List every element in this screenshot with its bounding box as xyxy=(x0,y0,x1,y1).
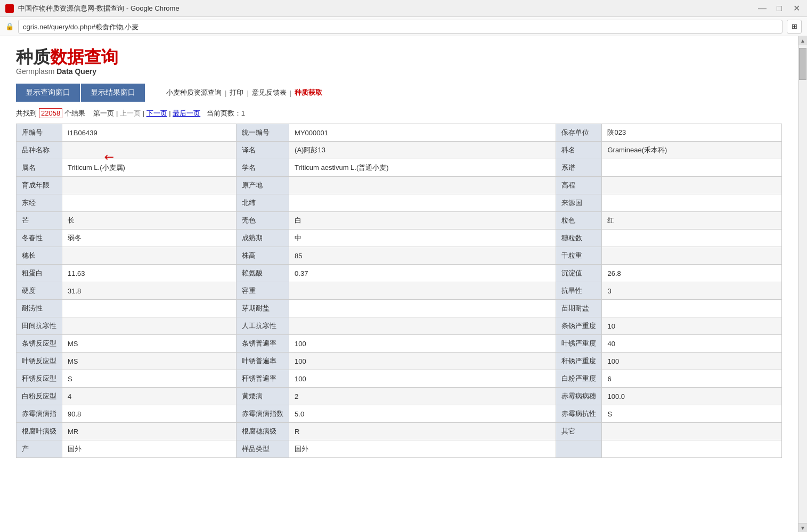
table-row: 粗蛋白 11.63 赖氨酸 0.37 沉淀值 26.8 xyxy=(17,265,782,282)
data-table: 库编号 I1B06439 统一编号 MY000001 保存单位 陕023 品种名… xyxy=(16,124,782,458)
value-cell: 100 xyxy=(289,370,556,388)
table-row: 硬度 31.8 容重 抗旱性 3 xyxy=(17,282,782,300)
label-cell: 耐涝性 xyxy=(17,300,62,317)
feedback-link[interactable]: 意见反馈表 xyxy=(252,88,287,97)
obtain-link[interactable]: 种质获取 xyxy=(295,88,322,97)
last-page-link[interactable]: 最后一页 xyxy=(173,109,200,117)
value-cell xyxy=(602,194,782,212)
value-cell: 弱冬 xyxy=(62,230,237,247)
table-row: 属名 Triticum L.(小麦属) 学名 Triticum aestivum… xyxy=(17,159,782,177)
results-nav: 第一页 | 上一页 | 下一页 | 最后一页 xyxy=(93,109,200,118)
show-results-window-button[interactable]: 显示结果窗口 xyxy=(81,84,145,102)
label-cell: 赖氨酸 xyxy=(237,265,289,282)
show-query-window-button[interactable]: 显示查询窗口 xyxy=(16,84,80,102)
app-icon xyxy=(5,4,14,13)
label-cell: 赤霉病病穗 xyxy=(556,388,602,405)
label-cell: 库编号 xyxy=(17,124,62,142)
value-cell: 4 xyxy=(62,388,237,405)
value-cell: 中 xyxy=(289,230,556,247)
value-cell: 0.37 xyxy=(289,265,556,282)
value-cell: 白 xyxy=(289,212,556,230)
scroll-up-button[interactable]: ▲ xyxy=(798,36,807,45)
label-cell: 属名 xyxy=(17,159,62,177)
page-content: 种质数据查询 Germplasm Data Query 显示查询窗口 显示结果窗… xyxy=(0,36,798,532)
label-cell: 原产地 xyxy=(237,177,289,194)
label-cell: 学名 xyxy=(237,159,289,177)
logo-part1: 种质 xyxy=(16,47,50,67)
value-cell: I1B06439 xyxy=(62,124,237,142)
prev-page-link[interactable]: 上一页 xyxy=(120,109,141,117)
grid-icon[interactable]: ⊞ xyxy=(787,20,802,34)
label-cell: 条锈严重度 xyxy=(556,317,602,335)
scrollbar-track xyxy=(798,45,807,523)
content-area: 种质数据查询 Germplasm Data Query 显示查询窗口 显示结果窗… xyxy=(0,36,807,532)
label-cell: 统一编号 xyxy=(237,124,289,142)
label-cell: 粒色 xyxy=(556,212,602,230)
addressbar: 🔒 cgris.net/query/do.php#粮食作物,小麦 ⊞ xyxy=(0,17,807,36)
value-cell: 红 xyxy=(602,212,782,230)
label-cell: 人工抗寒性 xyxy=(237,317,289,335)
label-cell: 品种名称 xyxy=(17,142,62,159)
table-row: 穗长 株高 85 千粒重 xyxy=(17,247,782,265)
scrollbar: ▲ ▼ xyxy=(798,36,807,532)
label-cell: 穗粒数 xyxy=(556,230,602,247)
label-cell xyxy=(556,440,602,458)
label-cell: 东经 xyxy=(17,194,62,212)
value-cell: Triticum aestivum L.(普通小麦) xyxy=(289,159,556,177)
sep3: | xyxy=(290,89,291,97)
print-link[interactable]: 打印 xyxy=(230,88,243,97)
value-cell: 100 xyxy=(289,353,556,370)
value-cell: 长 xyxy=(62,212,237,230)
results-suffix: 个结果 xyxy=(64,109,85,118)
value-cell xyxy=(289,194,556,212)
results-prefix: 共找到 xyxy=(16,109,37,118)
value-cell: 26.8 xyxy=(602,265,782,282)
logo-part2: 数据查询 xyxy=(50,47,118,67)
minimize-button[interactable]: — xyxy=(757,3,768,14)
table-row: 秆锈反应型 S 秆锈普遍率 100 白粉严重度 6 xyxy=(17,370,782,388)
table-row: 库编号 I1B06439 统一编号 MY000001 保存单位 陕023 xyxy=(17,124,782,142)
window-title: 中国作物种质资源信息网-数据查询 - Google Chrome xyxy=(18,4,180,13)
value-cell xyxy=(289,177,556,194)
label-cell: 秆锈反应型 xyxy=(17,370,62,388)
label-cell: 黄矮病 xyxy=(237,388,289,405)
scroll-down-button[interactable]: ▼ xyxy=(798,523,807,532)
value-cell xyxy=(62,194,237,212)
label-cell: 秆锈严重度 xyxy=(556,353,602,370)
value-cell: S xyxy=(62,370,237,388)
label-cell: 沉淀值 xyxy=(556,265,602,282)
label-cell: 叶锈普遍率 xyxy=(237,353,289,370)
value-cell: 2 xyxy=(289,388,556,405)
value-cell xyxy=(289,317,556,335)
logo-area: 种质数据查询 Germplasm Data Query xyxy=(16,47,782,76)
label-cell: 其它 xyxy=(556,423,602,440)
label-cell: 芽期耐盐 xyxy=(237,300,289,317)
sep1: | xyxy=(225,89,226,97)
results-count: 22058 xyxy=(39,108,62,118)
value-cell: MR xyxy=(62,423,237,440)
scrollbar-thumb[interactable] xyxy=(799,48,806,80)
label-cell: 样品类型 xyxy=(237,440,289,458)
table-row: 东经 北纬 来源国 xyxy=(17,194,782,212)
logo-subtitle: Germplasm Data Query xyxy=(16,67,782,76)
next-page-link[interactable]: 下一页 xyxy=(146,109,167,117)
sep2: | xyxy=(247,89,248,97)
lock-icon: 🔒 xyxy=(5,22,14,30)
label-cell: 芒 xyxy=(17,212,62,230)
label-cell: 硬度 xyxy=(17,282,62,300)
first-page-link[interactable]: 第一页 xyxy=(93,109,114,117)
close-button[interactable]: ✕ xyxy=(791,3,802,14)
value-cell xyxy=(602,300,782,317)
window-controls: — □ ✕ xyxy=(757,3,802,14)
value-cell: 10 xyxy=(602,317,782,335)
query-link[interactable]: 小麦种质资源查询 xyxy=(166,88,222,97)
label-cell: 苗期耐盐 xyxy=(556,300,602,317)
maximize-button[interactable]: □ xyxy=(774,3,785,14)
label-cell: 粗蛋白 xyxy=(17,265,62,282)
label-cell: 秆锈普遍率 xyxy=(237,370,289,388)
label-cell: 北纬 xyxy=(237,194,289,212)
label-cell: 科名 xyxy=(556,142,602,159)
current-page: 当前页数：1 xyxy=(207,109,245,118)
url-input[interactable]: cgris.net/query/do.php#粮食作物,小麦 xyxy=(18,20,782,34)
label-cell: 保存单位 xyxy=(556,124,602,142)
